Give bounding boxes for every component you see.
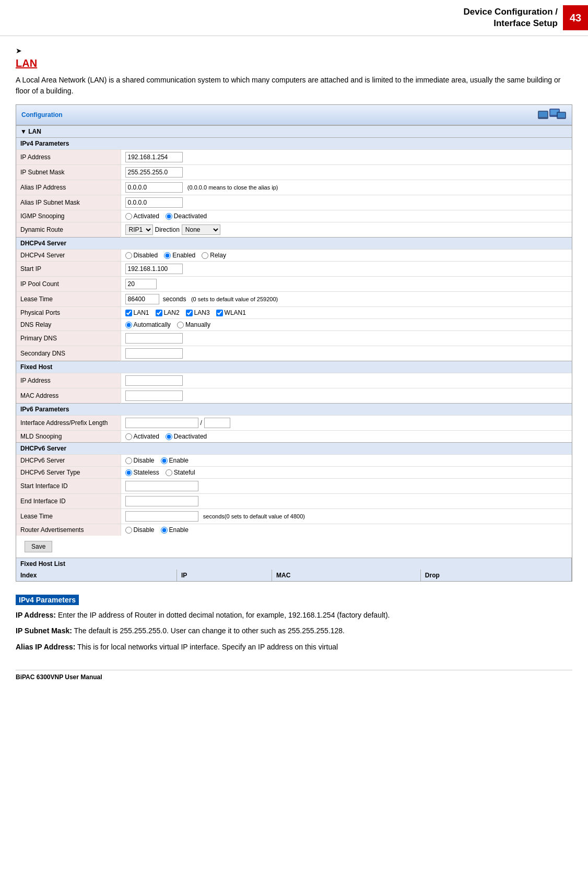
dhcpv6-stateful-option[interactable]: Stateful <box>166 469 195 476</box>
igmp-radio-group: Activated Deactivated <box>125 212 568 220</box>
physical-ports-group: LAN1 LAN2 LAN3 WLAN1 <box>125 309 568 316</box>
start-ip-input[interactable] <box>125 264 183 274</box>
prefix-length-input[interactable] <box>204 418 230 428</box>
physical-ports-row: Physical Ports LAN1 LAN2 LAN <box>16 307 572 319</box>
dhcpv4-disabled-option[interactable]: Disabled <box>125 252 158 259</box>
dhcpv6-stateless-radio[interactable] <box>125 469 132 476</box>
dns-manual-option[interactable]: Manually <box>177 321 210 328</box>
fixed-host-ip-input[interactable] <box>125 375 183 386</box>
lan2-checkbox[interactable] <box>156 310 162 316</box>
secondary-dns-row: Secondary DNS <box>16 346 572 361</box>
ipv6-params-header-row: IPv6 Parameters <box>16 404 572 416</box>
router-adv-disable-option[interactable]: Disable <box>125 526 155 534</box>
router-adv-disable-radio[interactable] <box>125 527 132 534</box>
dhcpv4-server-header-row: DHCPv4 Server <box>16 238 572 250</box>
end-interface-row: End Interface ID <box>16 494 572 509</box>
wlan1-checkbox[interactable] <box>216 310 223 316</box>
dns-manual-radio[interactable] <box>177 322 184 328</box>
dhcpv6-enable-option[interactable]: Enable <box>161 457 189 464</box>
primary-dns-input[interactable] <box>125 333 183 344</box>
start-interface-input[interactable] <box>125 481 198 491</box>
lease-time-row: Lease Time seconds (0 sets to default va… <box>16 292 572 307</box>
end-interface-input[interactable] <box>125 496 198 506</box>
lan2-label: LAN2 <box>164 309 180 316</box>
start-interface-label: Start Interface ID <box>16 479 121 494</box>
mld-deactivated-option[interactable]: Deactivated <box>166 433 207 440</box>
start-ip-value-cell <box>121 262 572 277</box>
ipv4-params-highlight: IPv4 Parameters <box>16 595 79 605</box>
start-interface-value-cell <box>121 479 572 494</box>
fixed-host-mac-input[interactable] <box>125 391 183 401</box>
lan1-checkbox[interactable] <box>125 310 132 316</box>
alias-ip-label: Alias IP Address <box>16 180 121 195</box>
ipv6-lease-input[interactable] <box>125 511 198 522</box>
dhcpv6-enable-radio[interactable] <box>161 457 168 464</box>
dhcpv6-disable-option[interactable]: Disable <box>125 457 155 464</box>
mld-deactivated-radio[interactable] <box>166 433 172 440</box>
ip-address-input[interactable] <box>125 152 183 162</box>
alias-ip-input[interactable] <box>125 182 183 193</box>
footer-text: BiPAC 6300VNP User Manual <box>16 670 572 681</box>
slash-separator: / <box>201 419 202 427</box>
lan3-checkbox[interactable] <box>186 310 193 316</box>
mld-activated-option[interactable]: Activated <box>125 433 159 440</box>
lan2-checkbox-item[interactable]: LAN2 <box>156 309 180 316</box>
wlan1-checkbox-item[interactable]: WLAN1 <box>216 309 246 316</box>
router-adv-row: Router Advertisements Disable Enable <box>16 524 572 536</box>
igmp-activated-radio[interactable] <box>125 213 132 220</box>
interface-addr-label: Interface Address/Prefix Length <box>16 416 121 431</box>
ip-address-desc-text: Enter the IP address of Router in dotted… <box>58 611 390 619</box>
alias-subnet-input[interactable] <box>125 197 183 208</box>
mld-row: MLD Snooping Activated Deactivated <box>16 431 572 443</box>
dhcpv4-disabled-radio[interactable] <box>125 252 132 259</box>
lease-time-label: Lease Time <box>16 292 121 307</box>
fixed-host-list-table: Fixed Host List Index IP MAC Drop <box>16 558 572 581</box>
alias-ip-value-cell: (0.0.0.0 means to close the alias ip) <box>121 180 572 195</box>
dns-auto-option[interactable]: Automatically <box>125 321 171 328</box>
ipv4-params-header-row: IPv4 Parameters <box>16 138 572 150</box>
dhcpv4-enabled-radio[interactable] <box>164 252 171 259</box>
router-adv-enable-option[interactable]: Enable <box>161 526 189 534</box>
mld-activated-radio[interactable] <box>125 433 132 440</box>
lan-section-title: LAN <box>16 57 572 69</box>
primary-dns-value-cell <box>121 331 572 346</box>
ip-pool-value-cell <box>121 277 572 292</box>
subnet-mask-input[interactable] <box>125 167 183 178</box>
dhcpv4-enabled-option[interactable]: Enabled <box>164 252 195 259</box>
dhcpv6-server-value-cell: Disable Enable <box>121 455 572 467</box>
interface-addr-input[interactable] <box>125 418 198 428</box>
lease-time-input[interactable] <box>125 294 159 304</box>
ip-pool-input[interactable] <box>125 279 157 289</box>
igmp-deactivated-radio[interactable] <box>166 213 172 220</box>
dhcpv4-relay-radio[interactable] <box>202 252 208 259</box>
dhcpv4-relay-option[interactable]: Relay <box>202 252 226 259</box>
igmp-deactivated-option[interactable]: Deactivated <box>166 212 207 220</box>
dns-relay-label: DNS Relay <box>16 319 121 331</box>
alias-subnet-label: Alias IP Subnet Mask <box>16 195 121 210</box>
dhcpv6-stateful-radio[interactable] <box>166 469 172 476</box>
page-number: 43 <box>563 5 588 30</box>
page-header: Device Configuration / Interface Setup 4… <box>0 0 588 36</box>
page-title: Device Configuration / Interface Setup <box>464 6 558 29</box>
dns-auto-radio[interactable] <box>125 322 132 328</box>
alias-ip-description: Alias IP Address: This is for local netw… <box>16 641 572 653</box>
alias-ip-note: (0.0.0.0 means to close the alias ip) <box>187 184 278 191</box>
ipv6-lease-note: seconds(0 sets to default value of 4800) <box>203 513 305 519</box>
direction-select[interactable]: None Both In Only Out Only <box>182 224 220 235</box>
lan3-checkbox-item[interactable]: LAN3 <box>186 309 210 316</box>
save-button[interactable]: Save <box>25 541 52 552</box>
dhcpv6-disable-radio[interactable] <box>125 457 132 464</box>
secondary-dns-value-cell <box>121 346 572 361</box>
igmp-activated-option[interactable]: Activated <box>125 212 159 220</box>
igmp-deactivated-label: Deactivated <box>174 212 207 220</box>
dns-relay-row: DNS Relay Automatically Manually <box>16 319 572 331</box>
dhcpv6-server-header-row: DHCPv6 Server <box>16 443 572 455</box>
secondary-dns-input[interactable] <box>125 348 183 359</box>
arrow-indicator: ➤ <box>16 46 572 55</box>
network-icon <box>538 108 567 122</box>
mld-label: MLD Snooping <box>16 431 121 443</box>
dhcpv6-stateless-option[interactable]: Stateless <box>125 469 159 476</box>
router-adv-enable-radio[interactable] <box>161 527 168 534</box>
rip-select[interactable]: RIP1 RIP2 <box>125 224 153 235</box>
lan1-checkbox-item[interactable]: LAN1 <box>125 309 149 316</box>
